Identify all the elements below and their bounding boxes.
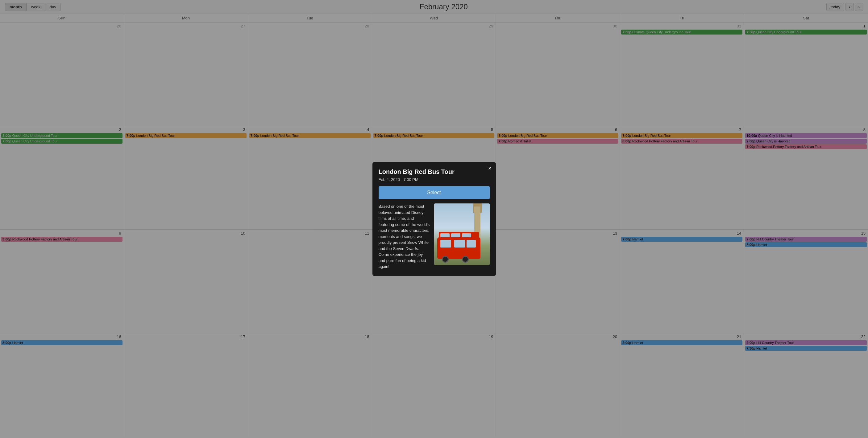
bus-illustration: [434, 203, 490, 265]
modal-select-button[interactable]: Select: [379, 186, 490, 199]
bus-lower-window-3: [467, 240, 476, 247]
event-modal: × London Big Red Bus Tour Feb 4, 2020 - …: [372, 162, 496, 276]
modal-close-button[interactable]: ×: [488, 165, 492, 172]
modal-description: Based on one of the most beloved animate…: [379, 203, 430, 270]
modal-date: Feb 4, 2020 - 7:00 PM: [379, 177, 490, 182]
modal-overlay[interactable]: × London Big Red Bus Tour Feb 4, 2020 - …: [0, 0, 868, 436]
bus-wheel-rear: [462, 256, 469, 263]
modal-title: London Big Red Bus Tour: [379, 168, 490, 175]
bus-lower-window-2: [454, 240, 465, 247]
bus-wheel-front: [442, 256, 448, 263]
modal-image: [434, 203, 490, 265]
bus-lower-deck: [437, 237, 480, 259]
bus-lower-window-1: [440, 240, 451, 247]
modal-body: Based on one of the most beloved animate…: [379, 203, 490, 270]
